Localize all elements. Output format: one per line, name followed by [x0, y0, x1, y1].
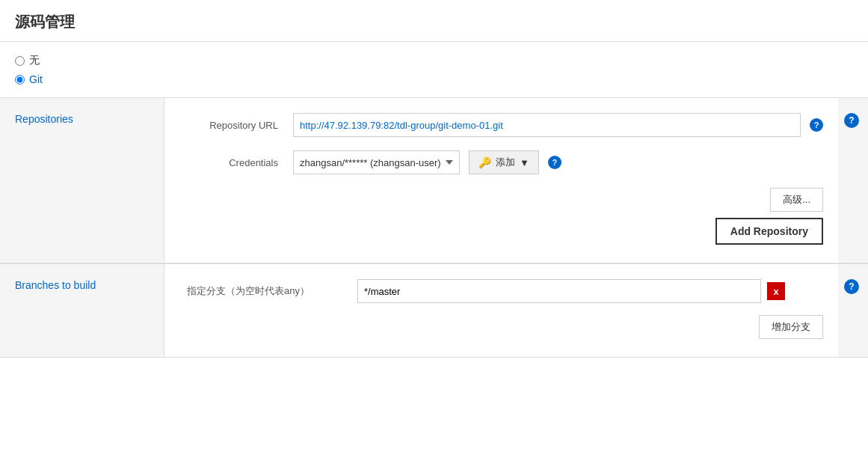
credentials-select[interactable]: zhangsan/****** (zhangsan-user) - 无 -: [293, 150, 460, 174]
repositories-help-circle[interactable]: ?: [844, 113, 859, 128]
key-icon: 🔑: [478, 156, 491, 168]
radio-git[interactable]: [15, 75, 25, 85]
delete-branch-button[interactable]: x: [767, 282, 785, 300]
add-branch-button-row: 增加分支: [187, 315, 823, 339]
page-header: 源码管理: [0, 0, 868, 42]
radio-git-item: Git: [15, 73, 853, 85]
page-title: 源码管理: [15, 12, 853, 32]
repositories-label-col: Repositories: [0, 98, 164, 263]
branches-section-row: Branches to build 指定分支（为空时代表any） x 增加分支 …: [0, 263, 868, 358]
branches-content-col: 指定分支（为空时代表any） x 增加分支: [164, 264, 838, 357]
branches-help-circle[interactable]: ?: [844, 279, 859, 294]
repositories-section-label: Repositories: [15, 113, 73, 125]
radio-section: 无 Git: [0, 42, 868, 97]
credentials-help-icon[interactable]: ?: [548, 156, 561, 169]
repo-url-row: Repository URL ?: [187, 113, 823, 137]
add-branch-button[interactable]: 增加分支: [759, 315, 823, 339]
advanced-button[interactable]: 高级...: [770, 188, 823, 212]
add-credentials-button[interactable]: 🔑 添加 ▼: [469, 150, 539, 174]
radio-git-label[interactable]: Git: [29, 73, 43, 85]
radio-none-label[interactable]: 无: [29, 54, 40, 67]
branch-input-row: 指定分支（为空时代表any） x: [187, 279, 823, 303]
credentials-row: Credentials zhangsan/****** (zhangsan-us…: [187, 150, 823, 174]
add-repository-button[interactable]: Add Repository: [715, 218, 823, 245]
repo-url-input[interactable]: [293, 113, 801, 137]
branch-input[interactable]: [357, 279, 761, 303]
credentials-label: Credentials: [187, 157, 284, 168]
add-repo-button-row: Add Repository: [187, 218, 823, 245]
repositories-help-col: ?: [838, 98, 868, 263]
radio-none[interactable]: [15, 56, 25, 66]
content-area: Repositories Repository URL ? Credential…: [0, 97, 868, 358]
repo-url-label: Repository URL: [187, 120, 284, 131]
repositories-content-col: Repository URL ? Credentials zhangsan/**…: [164, 98, 838, 263]
radio-none-item: 无: [15, 54, 853, 67]
branches-section-label: Branches to build: [15, 279, 96, 291]
branches-help-col: ?: [838, 264, 868, 357]
repo-url-help-icon[interactable]: ?: [810, 118, 823, 132]
repo-button-row: 高级...: [187, 188, 823, 212]
page-container: 源码管理 无 Git Repositories Repository URL ?: [0, 0, 868, 464]
add-dropdown-arrow: ▼: [520, 157, 529, 168]
branch-input-label: 指定分支（为空时代表any）: [187, 284, 351, 298]
add-credentials-label: 添加: [496, 156, 515, 169]
branches-label-col: Branches to build: [0, 264, 164, 357]
repositories-section-row: Repositories Repository URL ? Credential…: [0, 97, 868, 263]
